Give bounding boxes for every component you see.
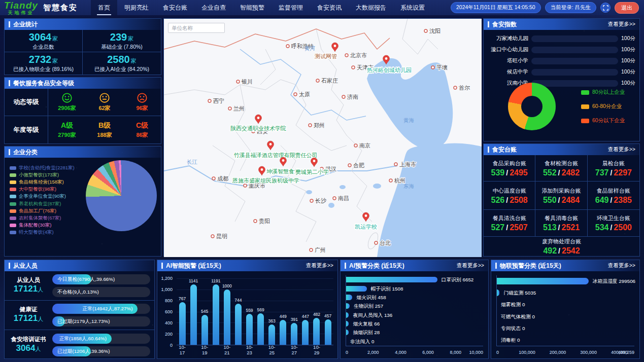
category-legend: 学校(含幼托)食堂(2281家)小微型餐饮(173家)食品销售经营(158家)大…	[10, 164, 75, 236]
dynamic-level-label: 动态等级	[5, 89, 48, 116]
category-legend-item[interactable]: 小微型餐饮(173家)	[10, 171, 75, 178]
nav-item-监督管理[interactable]: 监督管理	[272, 0, 310, 15]
ledger-done: 534	[595, 223, 609, 232]
ai-warning-more-link[interactable]: 查看更多>>	[306, 262, 333, 269]
ledger-total: 2385	[614, 196, 632, 204]
bar-column: 449	[278, 278, 289, 345]
category-legend-item[interactable]: 集体配餐(30家)	[10, 222, 75, 229]
ai-category-chart: 口罩识别 6652帽子识别 1508烟火识别 458生物识别 257夜间人员闯入…	[341, 271, 488, 358]
category-legend-item[interactable]: 大中型餐饮(98家)	[10, 186, 75, 193]
ledger-done: 737	[595, 168, 609, 177]
donut-legend-item[interactable]: 60-80分企业	[581, 103, 625, 110]
hbar-fill	[346, 303, 350, 309]
food-index-more-link[interactable]: 查看更多>>	[608, 21, 635, 28]
legend-label: 学校(含幼托)食堂(2281家)	[19, 165, 75, 171]
logout-button[interactable]: 退出	[615, 2, 639, 14]
hbar-label: 烟火复核 66	[353, 321, 380, 327]
ledger-name: 废弃物处理台账	[542, 238, 581, 245]
category-legend-item[interactable]: 食品销售经营(158家)	[10, 178, 75, 186]
nav-item-首页[interactable]: 首页	[91, 0, 117, 15]
hbar-fill	[497, 278, 589, 284]
food-index-row: 漩口中心幼儿园100分	[487, 44, 636, 55]
svg-text:合肥: 合肥	[353, 162, 364, 168]
staff-group: 健康证17121人正常(14942人,87.27%)已过期(2179人,12.7…	[5, 301, 154, 330]
water-label-黄海: 黄海	[403, 117, 415, 123]
legend-label: 农村集体聚餐(67家)	[19, 215, 61, 222]
x-tick: 2,000	[367, 350, 379, 355]
nav-item-明厨亮灶[interactable]: 明厨亮灶	[117, 0, 156, 15]
stat-ai-enterprises: 2580家 已接入AI企业 (84.20%)	[83, 52, 161, 75]
category-legend-item[interactable]: 养老机构食堂(87家)	[10, 200, 75, 207]
legend-swatch	[10, 224, 16, 227]
ai-category-more-link[interactable]: 查看更多>>	[457, 262, 484, 269]
legend-swatch	[10, 188, 16, 191]
dynamic-level-item: 96家	[123, 89, 161, 116]
smile-face-icon	[61, 92, 73, 103]
fullscreen-button[interactable]	[600, 3, 611, 13]
lake	[373, 184, 381, 189]
category-legend-item[interactable]: 食品加工厂(76家)	[10, 207, 75, 214]
category-legend-item[interactable]: 企事业单位食堂(90家)	[10, 193, 75, 200]
bar	[201, 315, 208, 345]
hbar-label: 消毒柜 0	[501, 337, 520, 343]
donut-legend-item[interactable]: 80分以上企业	[581, 89, 625, 96]
score-value: 100分	[618, 80, 636, 87]
bar-column: 1000	[221, 278, 232, 345]
hbar-row: 消毒柜 0	[497, 337, 634, 343]
bar-value: 457	[324, 313, 331, 318]
hbar-row: 烟火识别 458	[346, 295, 483, 300]
bar-column: 569	[255, 278, 266, 345]
y-tick: 400	[165, 320, 173, 325]
level-count: 96家	[136, 104, 148, 112]
svg-text:长沙: 长沙	[315, 198, 327, 204]
legend-label: 养老机构食堂(87家)	[19, 201, 61, 207]
donut-legend-item[interactable]: 60分以下企业	[581, 117, 625, 124]
enterprise-stats-grid: 3064家 企业总数 239家 基础企业 (7.80%) 2732家 已接入物联…	[5, 30, 161, 75]
svg-text:昆明: 昆明	[216, 233, 227, 239]
x-tick: 0	[346, 350, 348, 355]
ledger-total: 2297	[614, 168, 632, 177]
progress-label: 正常(1858人,60.64%)	[59, 334, 112, 344]
ai-category-x-axis: 02,0004,0006,0008,00010,000	[346, 350, 483, 356]
legend-label: 小微型餐饮(173家)	[19, 172, 59, 178]
nav-item-食安资讯[interactable]: 食安资讯	[310, 0, 349, 15]
legend-swatch	[10, 195, 16, 198]
ledger-more-link[interactable]: 查看更多>>	[608, 146, 635, 153]
score-value: 100分	[618, 68, 636, 76]
score-value: 100分	[618, 46, 636, 53]
nav-item-食安台账[interactable]: 食安台账	[156, 0, 194, 15]
category-legend-item[interactable]: 农村集体聚餐(67家)	[10, 214, 75, 222]
ledger-cell: 餐具清洗台账527/2507	[484, 210, 535, 237]
legend-swatch	[10, 231, 16, 234]
legend-label: 60-80分企业	[592, 103, 622, 110]
nav-item-企业自查[interactable]: 企业自查	[194, 0, 233, 15]
map-pin-label: 樊城第二小学	[295, 169, 329, 175]
x-tick	[322, 344, 333, 355]
category-legend-item[interactable]: 学校(含幼托)食堂(2281家)	[10, 164, 75, 171]
progress-label: 今日晨检(6790人,39.66%)	[57, 274, 115, 284]
iot-category-more-link[interactable]: 查看更多>>	[608, 262, 635, 269]
nav-item-智能预警[interactable]: 智能预警	[233, 0, 272, 15]
bar-value: 363	[268, 318, 276, 323]
grade-label: A级	[61, 121, 73, 130]
hbar-row: 烟火复核 66	[346, 321, 483, 327]
ledger-cell: 环境卫生台账534/2500	[588, 210, 639, 237]
ledger-name: 食品留样台账	[597, 187, 630, 195]
water-label-长江: 长江	[187, 159, 198, 165]
category-legend-item[interactable]: 特大型餐饮(4家)	[10, 229, 75, 236]
x-tick: 449,259	[618, 350, 634, 355]
svg-text:贵阳: 贵阳	[259, 218, 270, 224]
svg-text:济南: 济南	[347, 94, 358, 100]
stat-label: 已接入物联企业 (89.16%)	[13, 66, 74, 73]
legend-swatch	[581, 119, 589, 123]
bar-value: 449	[280, 314, 287, 319]
hbar-row: 生物识别 257	[346, 303, 483, 309]
panel-title-food-index: 食安指数	[488, 20, 517, 29]
nav-item-系统设置[interactable]: 系统设置	[393, 0, 432, 15]
map-search-input[interactable]	[168, 23, 225, 33]
nav-item-大数据报告[interactable]: 大数据报告	[349, 0, 393, 15]
bar	[325, 319, 331, 345]
map-pin-label: 竹溪县福泽酒店管理有限责任公司	[234, 152, 318, 158]
water-label-黄河: 黄河	[304, 45, 316, 51]
svg-text:银川: 银川	[241, 79, 253, 85]
